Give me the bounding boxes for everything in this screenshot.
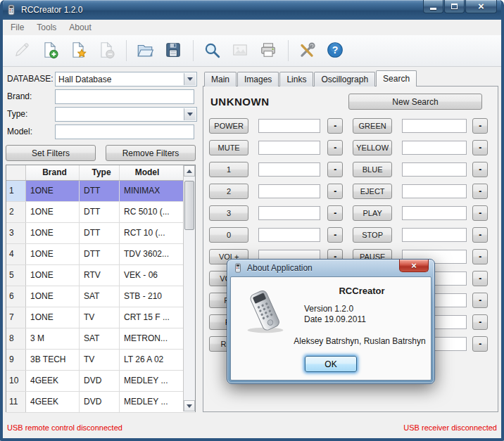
table-row[interactable]: 4 1ONE DTT TDV 3602... [6,244,195,265]
menu-file[interactable]: File [4,20,30,34]
new-button[interactable] [37,37,63,64]
tab-search[interactable]: Search [376,70,417,87]
key-code-input[interactable] [258,119,320,133]
key-code-input[interactable] [402,228,467,242]
print-button[interactable] [255,37,282,64]
scroll-up-button[interactable] [184,165,195,177]
settings-button[interactable] [294,37,320,64]
dialog-close-button[interactable] [399,260,429,272]
key-button-power[interactable]: POWER [209,118,248,134]
key-button-mute[interactable]: MUTE [209,140,248,155]
clear-key-button[interactable]: - [472,118,488,134]
type-cell: DVD [80,371,120,391]
favorite-button[interactable] [65,37,92,64]
clear-key-button[interactable]: - [472,162,488,177]
clear-key-button[interactable]: - [327,162,343,177]
clear-key-button[interactable]: - [472,184,488,199]
clear-key-button[interactable]: - [472,271,488,286]
clear-key-button[interactable]: - [472,293,488,308]
menu-about[interactable]: About [63,20,97,34]
table-row[interactable]: 6 1ONE SAT STB - 210 [6,286,195,307]
maximize-button[interactable] [444,0,465,13]
edit-button[interactable] [8,37,35,64]
key-row: MUTE - YELLOW - [209,140,488,155]
model-cell: CRT 15 F ... [120,307,183,328]
clear-key-button[interactable]: - [327,118,343,134]
key-code-input[interactable] [258,184,320,198]
clear-key-button[interactable]: - [472,205,488,221]
clear-key-button[interactable]: - [327,205,343,221]
tab-links[interactable]: Links [279,72,313,87]
model-input[interactable] [56,125,195,139]
key-button-3[interactable]: 3 [209,205,248,221]
header-cell-type[interactable]: Type [80,165,120,180]
key-code-input[interactable] [258,141,320,155]
key-button-eject[interactable]: EJECT [353,184,392,199]
ok-button[interactable]: OK [305,356,357,372]
model-cell: RCT 10 (... [120,223,183,243]
menu-tools[interactable]: Tools [30,20,63,34]
clear-key-button[interactable]: - [327,140,343,155]
header-cell-brand[interactable]: Brand [26,165,80,180]
key-code-input[interactable] [258,206,320,220]
key-button-blue[interactable]: BLUE [353,162,392,177]
new-search-button[interactable]: New Search [348,94,482,110]
table-row[interactable]: 2 1ONE DTT RC 5010 (... [6,202,195,223]
table-row[interactable]: 11 4GEEK DVD MEDLEY ... [6,392,195,413]
save-button[interactable] [160,37,187,64]
minimize-button[interactable] [423,0,443,13]
table-row[interactable]: 10 4GEEK DVD MEDLEY ... [6,371,195,392]
tab-oscillograph[interactable]: Oscillograph [314,72,375,87]
table-row[interactable]: 1 1ONE DTT MINIMAX [6,181,195,202]
search-button[interactable] [199,37,225,64]
remove-button[interactable] [93,37,120,64]
key-button-1[interactable]: 1 [209,162,248,177]
key-button-stop[interactable]: STOP [353,227,392,243]
key-button-green[interactable]: GREEN [353,118,392,134]
clear-key-button[interactable]: - [327,184,343,199]
help-button[interactable]: ? [322,37,348,64]
clear-key-button[interactable]: - [327,227,343,243]
table-row[interactable]: 9 3B TECH TV LT 26 A 02 [6,350,195,371]
type-combobox[interactable] [55,107,197,122]
table-scrollbar[interactable] [183,165,195,411]
key-row: 0 - STOP - [209,227,488,243]
type-cell: SAT [80,286,120,307]
key-code-input[interactable] [402,141,467,155]
close-button[interactable] [465,0,497,13]
key-button-yellow[interactable]: YELLOW [353,140,392,155]
key-button-play[interactable]: PLAY [353,205,392,221]
table-row[interactable]: 8 3 M SAT METRON... [6,328,195,350]
clear-key-button[interactable]: - [472,140,488,155]
table-row[interactable]: 5 1ONE RTV VEK - 06 [6,265,195,286]
table-row[interactable]: 3 1ONE DTT RCT 10 (... [6,223,195,244]
scroll-down-button[interactable] [184,400,195,411]
image-button[interactable] [227,37,253,64]
header-cell-model[interactable]: Model [120,165,170,180]
tab-main[interactable]: Main [204,72,237,87]
key-code-input[interactable] [258,162,320,177]
key-code-input[interactable] [258,228,320,242]
key-button-0[interactable]: 0 [209,227,248,243]
remove-filters-button[interactable]: Remove Filters [106,145,196,161]
key-code-input[interactable] [402,119,467,133]
key-button-2[interactable]: 2 [209,184,248,199]
key-code-input[interactable] [402,206,467,220]
key-code-input[interactable] [402,162,467,177]
app-window: RCCreator 1.2.0 File Tools About ? DATAB… [0,0,504,441]
clear-key-button[interactable]: - [472,336,488,352]
tab-images[interactable]: Images [237,72,279,87]
database-combobox[interactable]: Hall Database [55,72,197,87]
scrollbar-thumb[interactable] [184,181,194,230]
key-code-input[interactable] [402,184,467,198]
open-button[interactable] [132,37,158,64]
clear-key-button[interactable]: - [472,249,488,264]
clear-key-button[interactable]: - [472,227,488,243]
set-filters-button[interactable]: Set Filters [6,145,96,161]
clear-key-button[interactable]: - [472,314,488,330]
brand-cell: 1ONE [26,181,80,201]
type-cell: SAT [80,328,120,349]
caption-buttons [422,0,497,13]
brand-input[interactable] [56,90,195,103]
table-row[interactable]: 7 1ONE TV CRT 15 F ... [6,307,195,328]
